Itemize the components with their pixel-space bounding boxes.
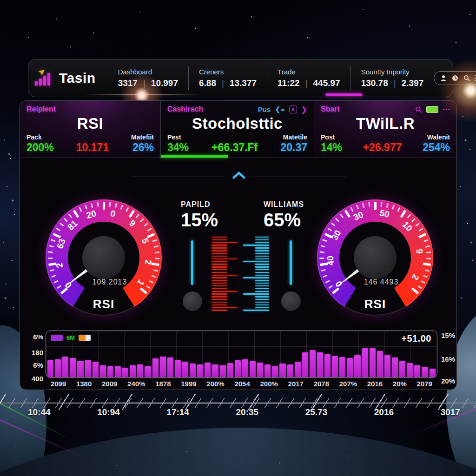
bar (242, 359, 248, 377)
stat-panel-stochastic[interactable]: Cashirach Pus ❮≡ ❯ Stocholsttic Pest34%+… (161, 101, 314, 158)
user-icon[interactable] (440, 75, 447, 81)
timeline-label: 25.73 (305, 407, 328, 417)
bar (362, 348, 368, 377)
gauge-tick (374, 202, 377, 210)
left-slider-track[interactable] (191, 240, 193, 285)
search-icon[interactable] (415, 106, 422, 113)
x-axis-label: 1999 (181, 380, 196, 388)
panel-title: TWilL.R (321, 115, 450, 132)
stat-Pest: Pest34% (167, 133, 189, 154)
ruler-tick (212, 269, 227, 270)
menu-value-1: 3317 (118, 78, 138, 88)
right-slider-track[interactable] (290, 240, 292, 285)
timeline-label: 20:35 (236, 407, 259, 417)
stat-center: +26.977 (363, 141, 402, 154)
gauge-tick (103, 202, 105, 210)
stat-value: 10.171 (76, 141, 109, 154)
back-list-icon[interactable]: ❮≡ (275, 105, 284, 113)
ruler-tick (255, 269, 269, 270)
green-toggle[interactable] (426, 106, 438, 113)
timeline-label: 2016 (374, 407, 394, 417)
clock-icon[interactable] (452, 75, 458, 81)
stat-value: 20.37 (280, 141, 307, 154)
search-icon[interactable] (463, 75, 470, 81)
y-axis-label-left: 180 (26, 349, 43, 357)
x-axis-label: 2017 (288, 380, 304, 388)
papild-label: PAPILD (181, 200, 218, 209)
pus-link[interactable]: Pus (258, 106, 271, 113)
ruler-tick (255, 266, 269, 267)
x-axis-label: 2016 (367, 380, 383, 388)
bar (145, 366, 151, 377)
bar (197, 364, 203, 377)
bar (47, 360, 53, 377)
gauge-name: RSI (317, 297, 433, 311)
bar (115, 366, 121, 377)
bar (317, 352, 323, 377)
stat-panel-twilr[interactable]: Sbart ⋯ TWilL.R Post14%+26.977Walenit254… (314, 101, 456, 158)
top-navigation-bar: ➤ Tasin Dashboard3317|10.997Creners6.88|… (28, 59, 453, 97)
menu-item-dashboard[interactable]: Dashboard3317|10.997 (108, 68, 188, 88)
ruler-tick (212, 253, 227, 254)
ruler-tick (255, 304, 269, 305)
red-ruler (212, 237, 238, 311)
gauge-rsi-left: 109.2013 RSI 0263812009521 (46, 199, 162, 316)
ruler-tick (255, 253, 269, 254)
gauge-tick (426, 258, 431, 259)
bar (160, 357, 166, 377)
bar (422, 367, 428, 377)
panel-tag: Sbart (321, 105, 340, 113)
bar (62, 357, 68, 377)
left-slider-knob[interactable] (183, 291, 202, 311)
ruler-tick (212, 288, 227, 289)
panel-tag: Cashirach (167, 105, 203, 113)
bar (85, 360, 91, 377)
menu-values: 11:22|445.97 (278, 78, 340, 88)
stat-center: +66.37.Ff (212, 141, 258, 154)
ruler-tick (212, 266, 227, 267)
chevron-right-icon[interactable]: ❯ (301, 105, 307, 114)
menu-item-trade[interactable]: Trade11:22|445.97 (267, 68, 350, 88)
app-title: Tasin (59, 70, 96, 86)
bar (175, 360, 181, 377)
bar (55, 359, 61, 377)
stat-value: 254% (423, 141, 450, 154)
ruler-tick (212, 280, 227, 281)
right-slider-knob[interactable] (281, 291, 301, 311)
ruler-tick (255, 239, 269, 240)
x-axis-label: 240% (127, 380, 145, 388)
legend-swatch-purple[interactable] (51, 335, 63, 341)
chevron-up-icon[interactable] (232, 172, 246, 179)
more-options-icon[interactable]: ⋯ (443, 105, 450, 114)
menu-title: Sountty Inpority (361, 68, 424, 76)
ruler-tick (212, 247, 227, 248)
widget-icon[interactable] (289, 106, 297, 113)
bar (100, 365, 106, 377)
app-logo[interactable]: ➤ Tasin (35, 70, 96, 86)
stat-panel-rsi[interactable]: Reiplent RSI Pack200%10.171Matefiit26% (20, 101, 161, 158)
bar (414, 365, 420, 377)
panel-stats: Pest34%+66.37.FfMatetile20.37 (167, 133, 307, 154)
menu-item-creners[interactable]: Creners6.88|13.377 (189, 68, 267, 88)
top-menu: Dashboard3317|10.997Creners6.88|13.377Tr… (108, 66, 434, 90)
bar (272, 366, 278, 377)
menu-values: 6.88|13.377 (199, 78, 257, 88)
menu-item-sountty-inpority[interactable]: Sountty Inpority130.78|2.397 (351, 68, 434, 88)
ruler-tick (255, 288, 269, 289)
y-axis-label-left: 6% (26, 333, 43, 341)
menu-value-2: 2.397 (402, 78, 424, 88)
topbar-icon-pill (434, 71, 476, 86)
ruler-tick (212, 285, 227, 286)
bar (339, 357, 345, 377)
bar (220, 365, 226, 377)
papild-value: 15% (181, 210, 218, 231)
ruler-tick (212, 275, 238, 276)
ruler-tick (255, 247, 269, 248)
menu-value-1: 11:22 (278, 78, 300, 88)
stat-Matetile: Matetile20.37 (280, 133, 307, 154)
ruler-tick (212, 237, 227, 238)
ruler-tick (255, 264, 269, 264)
ruler-tick (212, 307, 238, 308)
ruler-tick (212, 258, 238, 259)
legend-swatch-orange[interactable] (79, 335, 91, 341)
